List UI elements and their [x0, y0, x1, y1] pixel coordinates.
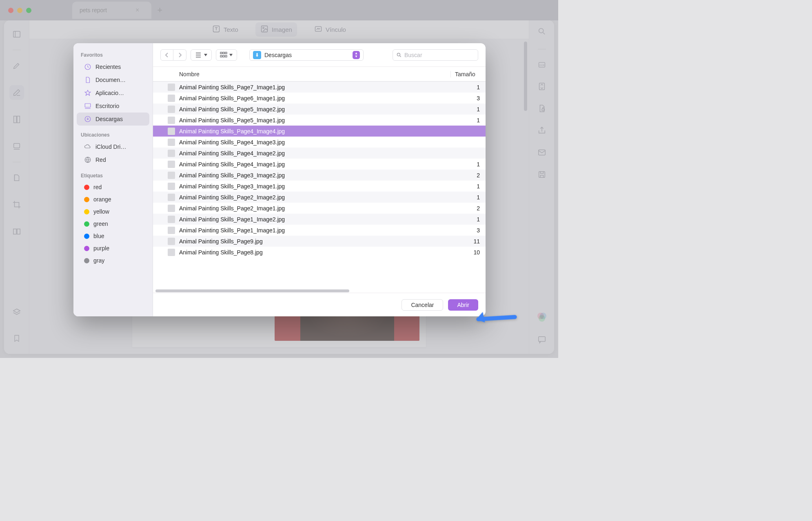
sidebar-item-label: Descargas	[95, 116, 123, 122]
download-icon	[84, 115, 91, 123]
file-row[interactable]: Animal Painting Skills_Page8.jpg10	[153, 247, 486, 258]
horizontal-scrollbar[interactable]	[153, 289, 486, 293]
file-thumbnail-icon	[168, 128, 175, 135]
file-thumbnail-icon	[168, 95, 175, 102]
file-name: Animal Painting Skills_Page4_Image4.jpg	[179, 128, 454, 135]
tag-dot-icon	[84, 209, 89, 214]
sidebar-item-app[interactable]: Aplicacio…	[77, 86, 149, 99]
group-menu-button[interactable]	[216, 49, 237, 61]
file-list[interactable]: Animal Painting Skills_Page7_Image1.jpg1…	[153, 82, 486, 289]
sidebar-tag-blue[interactable]: blue	[77, 230, 149, 242]
file-thumbnail-icon	[168, 106, 175, 113]
search-field[interactable]	[393, 49, 478, 61]
sidebar-item-doc[interactable]: Documen…	[77, 73, 149, 86]
sidebar-item-label: Red	[95, 157, 106, 163]
file-row[interactable]: Animal Painting Skills_Page7_Image1.jpg1	[153, 82, 486, 93]
sidebar-tag-green[interactable]: green	[77, 218, 149, 230]
file-row[interactable]: Animal Painting Skills_Page4_Image3.jpg	[153, 137, 486, 148]
file-thumbnail-icon	[168, 84, 175, 91]
location-dropdown[interactable]: ⬇ Descargas ▲▼	[249, 49, 364, 61]
file-row[interactable]: Animal Painting Skills_Page3_Image2.jpg2	[153, 170, 486, 181]
file-row[interactable]: Animal Painting Skills_Page5_Image1.jpg1	[153, 115, 486, 126]
file-size: 1	[454, 117, 486, 124]
file-row[interactable]: Animal Painting Skills_Page4_Image2.jpg	[153, 148, 486, 159]
column-name[interactable]: Nombre	[153, 71, 450, 77]
file-row[interactable]: Animal Painting Skills_Page9.jpg11	[153, 236, 486, 247]
sidebar-item-globe[interactable]: Red	[77, 153, 149, 166]
file-name: Animal Painting Skills_Page5_Image1.jpg	[179, 117, 454, 124]
file-thumbnail-icon	[168, 139, 175, 146]
sidebar-tag-yellow[interactable]: yellow	[77, 205, 149, 218]
sidebar-item-download[interactable]: Descargas	[77, 113, 149, 126]
file-size: 3	[454, 227, 486, 234]
favorites-heading: Favoritos	[73, 51, 153, 60]
svg-rect-28	[225, 52, 227, 54]
search-input[interactable]	[404, 52, 476, 58]
file-row[interactable]: Animal Painting Skills_Page1_Image2.jpg1	[153, 214, 486, 225]
sidebar-item-label: blue	[93, 233, 104, 239]
file-row[interactable]: Animal Painting Skills_Page6_Image1.jpg3	[153, 93, 486, 104]
sidebar-item-label: Recientes	[95, 64, 121, 70]
file-name: Animal Painting Skills_Page4_Image1.jpg	[179, 161, 454, 168]
sidebar-tag-red[interactable]: red	[77, 181, 149, 193]
file-size: 3	[454, 95, 486, 102]
file-size: 2	[454, 205, 486, 212]
file-row[interactable]: Animal Painting Skills_Page4_Image4.jpg	[153, 126, 486, 137]
sidebar-tag-gray[interactable]: gray	[77, 254, 149, 267]
sidebar-tag-purple[interactable]: purple	[77, 242, 149, 254]
sidebar-item-clock[interactable]: Recientes	[77, 60, 149, 73]
tag-dot-icon	[84, 221, 89, 227]
file-thumbnail-icon	[168, 194, 175, 201]
tag-dot-icon	[84, 234, 89, 239]
svg-rect-22	[85, 104, 91, 107]
globe-icon	[84, 156, 91, 163]
sidebar-tag-orange[interactable]: orange	[77, 193, 149, 205]
column-headers: Nombre Tamaño	[153, 67, 486, 82]
file-row[interactable]: Animal Painting Skills_Page2_Image2.jpg1	[153, 192, 486, 203]
file-thumbnail-icon	[168, 150, 175, 157]
sidebar-item-label: Escritorio	[95, 103, 119, 109]
file-thumbnail-icon	[168, 227, 175, 234]
sidebar-item-desktop[interactable]: Escritorio	[77, 99, 149, 113]
nav-back-button[interactable]	[160, 49, 173, 61]
file-row[interactable]: Animal Painting Skills_Page5_Image2.jpg1	[153, 104, 486, 115]
svg-rect-31	[225, 55, 227, 57]
file-name: Animal Painting Skills_Page3_Image1.jpg	[179, 183, 454, 190]
file-name: Animal Painting Skills_Page3_Image2.jpg	[179, 172, 454, 179]
file-name: Animal Painting Skills_Page4_Image2.jpg	[179, 150, 454, 157]
file-row[interactable]: Animal Painting Skills_Page4_Image1.jpg1	[153, 159, 486, 170]
file-row[interactable]: Animal Painting Skills_Page1_Image1.jpg3	[153, 225, 486, 236]
cloud-icon	[84, 143, 91, 150]
view-list-button[interactable]	[191, 49, 212, 61]
dialog-toolbar: ⬇ Descargas ▲▼	[153, 43, 486, 67]
open-button[interactable]: Abrir	[448, 299, 478, 311]
search-icon	[396, 52, 402, 58]
file-size: 1	[454, 84, 486, 91]
updown-icon: ▲▼	[353, 51, 360, 59]
sidebar-item-label: iCloud Dri…	[95, 143, 126, 150]
nav-forward-button[interactable]	[173, 49, 186, 61]
file-name: Animal Painting Skills_Page1_Image1.jpg	[179, 227, 454, 234]
svg-rect-29	[220, 55, 222, 57]
file-name: Animal Painting Skills_Page9.jpg	[179, 238, 454, 245]
file-row[interactable]: Animal Painting Skills_Page2_Image1.jpg2	[153, 203, 486, 214]
location-label: Descargas	[264, 52, 349, 58]
svg-point-32	[397, 53, 400, 56]
tag-dot-icon	[84, 246, 89, 251]
dialog-footer: Cancelar Abrir	[153, 293, 486, 316]
file-name: Animal Painting Skills_Page6_Image1.jpg	[179, 95, 454, 102]
sidebar-item-label: Documen…	[95, 77, 126, 83]
file-name: Animal Painting Skills_Page2_Image2.jpg	[179, 194, 454, 201]
cancel-button[interactable]: Cancelar	[402, 299, 443, 311]
clock-icon	[84, 63, 91, 71]
app-icon	[84, 89, 91, 97]
sidebar-item-label: Aplicacio…	[95, 90, 124, 96]
file-row[interactable]: Animal Painting Skills_Page3_Image1.jpg1	[153, 181, 486, 192]
file-name: Animal Painting Skills_Page8.jpg	[179, 249, 454, 256]
sidebar-item-label: orange	[93, 196, 111, 203]
tag-dot-icon	[84, 185, 89, 190]
file-name: Animal Painting Skills_Page7_Image1.jpg	[179, 84, 454, 91]
file-thumbnail-icon	[168, 183, 175, 190]
sidebar-item-cloud[interactable]: iCloud Dri…	[77, 140, 149, 153]
column-size[interactable]: Tamaño	[450, 71, 486, 77]
